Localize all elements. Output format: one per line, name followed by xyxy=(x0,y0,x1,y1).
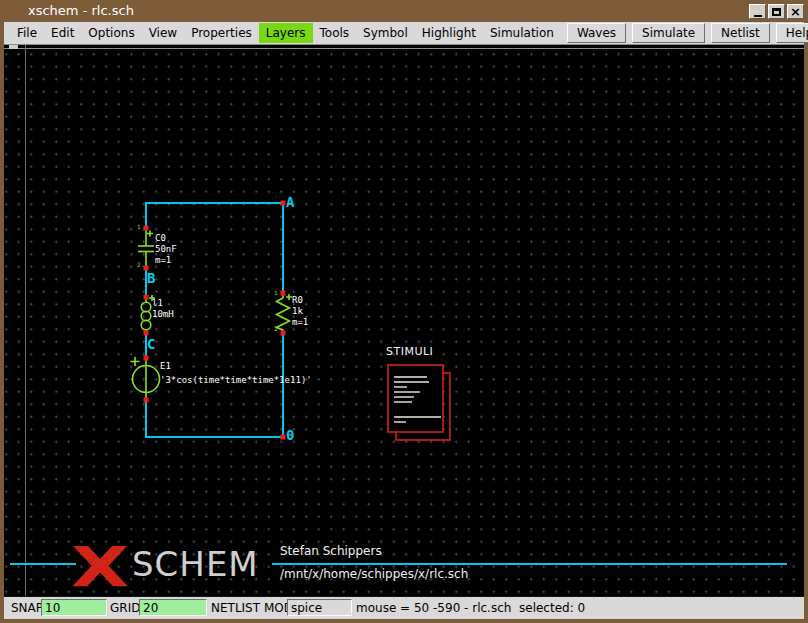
logo-brand-text: SCHEM xyxy=(132,547,259,581)
inductor-labels[interactable]: l1 10mH xyxy=(152,298,174,320)
resistor-symbol[interactable] xyxy=(277,293,293,333)
plus-sign-icon xyxy=(131,357,140,366)
source-symbol[interactable] xyxy=(131,357,160,400)
simulate-button[interactable]: Simulate xyxy=(632,23,705,43)
source-name: E1 xyxy=(160,361,312,372)
titlebar[interactable]: xschem - rlc.sch × xyxy=(0,0,808,22)
menu-file[interactable]: File xyxy=(10,23,44,43)
menu-options[interactable]: Options xyxy=(81,23,141,43)
window-controls: × xyxy=(749,4,804,19)
resistor-mult: m=1 xyxy=(292,317,308,328)
grid-input[interactable] xyxy=(139,599,207,616)
menu-view[interactable]: View xyxy=(142,23,184,43)
capacitor-value: 50nF xyxy=(155,244,177,255)
close-icon: × xyxy=(790,6,801,17)
resistor-name: R0 xyxy=(292,295,308,306)
maximize-button[interactable] xyxy=(768,4,785,19)
waves-button[interactable]: Waves xyxy=(567,23,626,43)
resistor-value: 1k xyxy=(292,306,308,317)
xschem-window: xschem - rlc.sch × File Edit Options Vie… xyxy=(0,0,808,623)
resistor-labels[interactable]: R0 1k m=1 xyxy=(292,295,308,328)
menu-symbol[interactable]: Symbol xyxy=(356,23,415,43)
schematic-filepath: /mnt/x/home/schippes/x/rlc.sch xyxy=(280,567,468,581)
menu-simulation[interactable]: Simulation xyxy=(483,23,561,43)
capacitor-labels[interactable]: C0 50nF m=1 xyxy=(155,233,177,266)
mouse-coordinates-text: mouse = 50 -590 - rlc.sch selected: 0 xyxy=(356,601,585,615)
menu-tools[interactable]: Tools xyxy=(313,23,357,43)
schematic-drawing xyxy=(4,45,804,597)
inductor-value: 10mH xyxy=(152,309,174,320)
netlist-button[interactable]: Netlist xyxy=(711,23,770,43)
maximize-icon xyxy=(772,8,781,16)
capacitor-name: C0 xyxy=(155,233,177,244)
stimuli-label[interactable]: STIMULI xyxy=(386,345,433,358)
net-label-gnd[interactable]: 0 xyxy=(286,428,294,442)
stimuli-box[interactable] xyxy=(388,365,450,440)
resistor-pin1: 1 xyxy=(274,290,278,296)
help-button[interactable]: Help xyxy=(776,23,808,43)
snap-input[interactable] xyxy=(41,599,107,616)
minimize-button[interactable] xyxy=(749,4,766,19)
author-text: Stefan Schippers xyxy=(280,544,382,558)
net-label-c[interactable]: C xyxy=(147,337,155,351)
schematic-canvas[interactable]: A B C 0 C0 50nF m=1 1 2 l1 10mH E1 '3*co… xyxy=(4,45,804,597)
capacitor-pin2: 2 xyxy=(137,262,141,268)
minimize-icon xyxy=(754,15,762,17)
net-label-b[interactable]: B xyxy=(147,271,155,285)
resistor-pin2: 2 xyxy=(274,326,278,332)
menu-edit[interactable]: Edit xyxy=(44,23,81,43)
capacitor-pin1: 1 xyxy=(137,224,141,230)
plus-sign-icon xyxy=(147,231,153,237)
capacitor-mult: m=1 xyxy=(155,255,177,266)
close-button[interactable]: × xyxy=(787,4,804,19)
status-bar: SNAP: GRID: NETLIST MODE: mouse = 50 -59… xyxy=(4,597,804,619)
inductor-name: l1 xyxy=(152,298,174,309)
menu-properties[interactable]: Properties xyxy=(184,23,259,43)
source-value: '3*cos(time*time*time*1e11)' xyxy=(160,375,312,386)
source-labels[interactable]: E1 '3*cos(time*time*time*1e11)' xyxy=(160,361,312,386)
net-label-a[interactable]: A xyxy=(286,195,294,209)
menu-layers[interactable]: Layers xyxy=(259,23,313,43)
menu-highlight[interactable]: Highlight xyxy=(415,23,483,43)
netlist-mode-input[interactable] xyxy=(287,599,352,616)
logo-x-letter: X xyxy=(71,539,129,595)
menu-bar: File Edit Options View Properties Layers… xyxy=(4,22,804,45)
window-title: xschem - rlc.sch xyxy=(28,3,134,18)
